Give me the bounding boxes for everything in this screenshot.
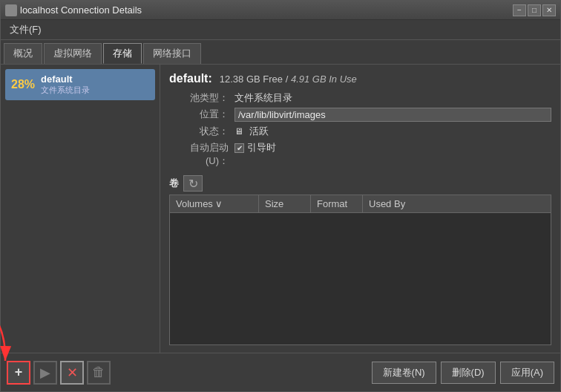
col-header-format[interactable]: Format [311,195,363,212]
col-header-size[interactable]: Size [259,195,311,212]
main-window: localhost Connection Details − □ ✕ 文件(F)… [0,0,561,392]
window-title: localhost Connection Details [20,4,142,16]
volumes-section: 卷 ↻ Volumes ∨ Size Format Used By [169,175,551,345]
autostart-row: ✔ 引导时 [234,141,551,154]
tab-storage[interactable]: 存储 [103,43,142,64]
new-volume-button[interactable]: 新建卷(N) [372,362,436,384]
detail-in-use: 4.91 GB In Use [291,74,357,85]
close-button[interactable]: ✕ [542,4,556,16]
detail-name: default: [169,72,212,85]
location-value: /var/lib/libvirt/images [234,108,551,122]
status-value: 🖥 活跃 [234,125,551,138]
delete-icon: 🗑 [92,365,105,380]
play-icon: ▶ [40,365,50,381]
maximize-button[interactable]: □ [528,4,541,16]
pool-item-default[interactable]: 28% default 文件系统目录 [5,69,155,100]
autostart-checkbox[interactable]: ✔ [234,143,244,153]
detail-size: 12.38 GB Free / 4.91 GB In Use [220,74,357,85]
window-controls: − □ ✕ [513,4,556,16]
detail-header: default: 12.38 GB Free / 4.91 GB In Use [169,72,551,85]
main-content: 28% default 文件系统目录 default: 12.38 GB Fre… [1,65,560,353]
tab-overview[interactable]: 概况 [4,43,42,64]
pool-percentage: 28% [11,78,35,91]
add-volume-button[interactable]: + [7,361,30,385]
menu-bar: 文件(F) [1,20,560,40]
tab-virtual-network[interactable]: 虚拟网络 [44,43,102,64]
status-icon: 🖥 [234,126,243,137]
refresh-button[interactable]: ↻ [183,175,203,192]
detail-grid: 池类型： 文件系统目录 位置： /var/lib/libvirt/images … [169,91,551,168]
bottom-left-wrapper: + ▶ ✕ 🗑 [7,361,111,385]
col-header-usedby[interactable]: Used By [363,195,551,212]
pool-type: 文件系统目录 [41,85,90,96]
status-label: 状态： [169,125,229,138]
bottom-right-buttons: 新建卷(N) 删除(D) 应用(A) [372,362,554,384]
table-header: Volumes ∨ Size Format Used By [170,195,551,213]
bottom-bar: + ▶ ✕ 🗑 新建卷(N) 删除(D) 应用(A) [1,353,560,391]
app-icon [5,4,17,16]
col-header-volumes[interactable]: Volumes ∨ [170,195,259,212]
volumes-label: 卷 [169,177,179,190]
autostart-text: 引导时 [247,141,276,154]
tabs-bar: 概况 虚拟网络 存储 网络接口 [1,40,560,65]
apply-button[interactable]: 应用(A) [500,362,554,384]
refresh-icon: ↻ [188,177,198,191]
bottom-left-tools: + ▶ ✕ 🗑 [7,361,111,385]
delete-pool-button[interactable]: 删除(D) [441,362,496,384]
autostart-value: ✔ 引导时 [234,141,551,168]
volumes-header: 卷 ↻ [169,175,551,192]
delete-button[interactable]: 🗑 [87,361,111,385]
table-body [170,213,551,344]
title-bar: localhost Connection Details − □ ✕ [1,1,560,20]
add-icon: + [15,365,23,380]
pool-type-value: 文件系统目录 [234,91,551,105]
location-label: 位置： [169,108,229,122]
title-bar-left: localhost Connection Details [5,4,142,16]
status-text: 活跃 [249,125,269,137]
detail-free: 12.38 GB Free [220,74,283,85]
autostart-label: 自动启动(U)： [169,141,229,168]
tab-network-interface[interactable]: 网络接口 [143,43,201,64]
stop-icon: ✕ [67,365,78,381]
volumes-table: Volumes ∨ Size Format Used By [169,195,551,345]
stop-button[interactable]: ✕ [60,361,84,385]
pool-type-label: 池类型： [169,91,229,105]
play-button[interactable]: ▶ [33,361,57,385]
file-menu[interactable]: 文件(F) [5,22,46,38]
pool-info: default 文件系统目录 [41,74,90,96]
pool-name: default [41,74,90,85]
minimize-button[interactable]: − [513,4,526,16]
detail-separator: / [283,74,291,85]
left-panel: 28% default 文件系统目录 [1,65,160,353]
right-panel: default: 12.38 GB Free / 4.91 GB In Use … [160,65,560,353]
